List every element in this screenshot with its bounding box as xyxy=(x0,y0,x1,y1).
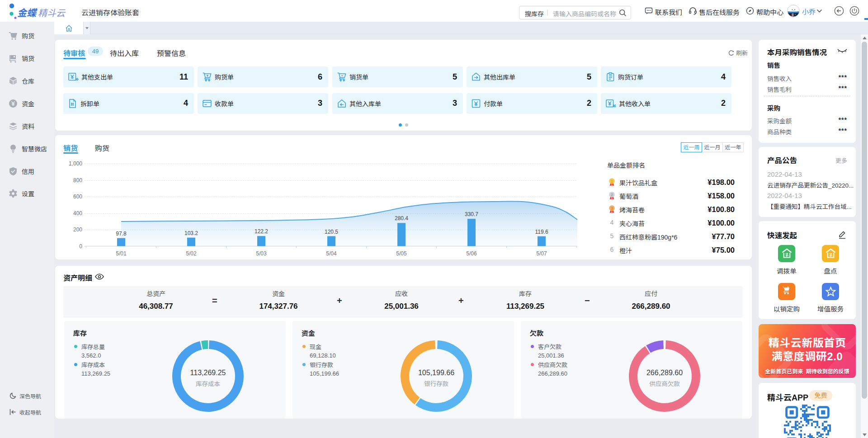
svg-text:3: 3 xyxy=(611,206,613,211)
svg-text:2: 2 xyxy=(611,193,613,197)
svg-text:1: 1 xyxy=(611,179,613,184)
